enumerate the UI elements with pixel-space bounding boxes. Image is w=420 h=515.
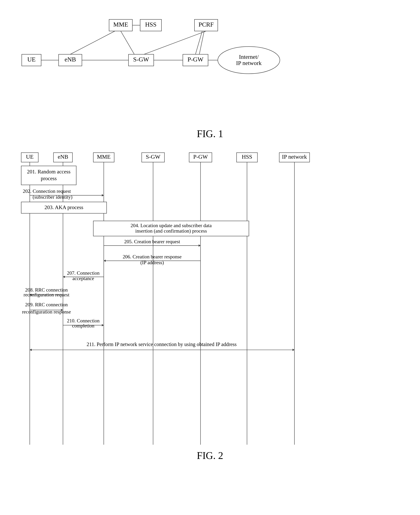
- svg-marker-85: [292, 349, 294, 351]
- svg-marker-68: [63, 276, 65, 278]
- svg-text:IP network: IP network: [236, 60, 262, 66]
- svg-text:reconfiguration request: reconfiguration request: [23, 292, 69, 297]
- svg-text:HSS: HSS: [145, 21, 157, 28]
- svg-text:PCRF: PCRF: [199, 21, 214, 28]
- svg-text:UE: UE: [27, 56, 36, 63]
- svg-text:S-GW: S-GW: [146, 154, 160, 160]
- svg-text:211. Perform IP network servic: 211. Perform IP network service connecti…: [87, 341, 237, 347]
- svg-text:eNB: eNB: [58, 154, 68, 160]
- svg-text:209. RRC connection: 209. RRC connection: [25, 302, 68, 307]
- svg-text:210. Connection: 210. Connection: [67, 318, 100, 323]
- fig2-svg: UE eNB MME S-GW P-GW HSS IP network: [15, 147, 405, 462]
- fig2-container: UE eNB MME S-GW P-GW HSS IP network: [15, 147, 405, 473]
- svg-marker-61: [199, 244, 201, 247]
- svg-text:MME: MME: [113, 21, 128, 28]
- svg-text:(IP address): (IP address): [140, 260, 164, 265]
- svg-marker-52: [102, 194, 104, 197]
- svg-text:eNB: eNB: [65, 56, 76, 63]
- svg-text:IP network: IP network: [282, 154, 307, 160]
- svg-line-25: [199, 31, 204, 54]
- svg-text:process: process: [41, 176, 57, 181]
- svg-text:UE: UE: [26, 154, 34, 160]
- svg-text:insertion (and confirmation) p: insertion (and confirmation) process: [135, 228, 207, 234]
- svg-marker-64: [104, 259, 106, 262]
- svg-text:205. Creation bearer request: 205. Creation bearer request: [124, 239, 180, 244]
- svg-text:203. AKA process: 203. AKA process: [45, 205, 83, 210]
- svg-text:207. Connection: 207. Connection: [67, 270, 100, 276]
- svg-text:acceptance: acceptance: [72, 276, 94, 281]
- svg-text:P-GW: P-GW: [188, 56, 204, 63]
- svg-text:reconfiguration response: reconfiguration response: [22, 309, 71, 314]
- svg-text:208. RRC connection: 208. RRC connection: [25, 287, 68, 293]
- svg-text:S-GW: S-GW: [133, 56, 149, 63]
- svg-text:201. Random access: 201. Random access: [27, 169, 70, 175]
- svg-line-22: [70, 31, 115, 54]
- fig1-svg: UE eNB S-GW P-GW MME HSS PCRF Internet/ …: [15, 12, 405, 112]
- fig1-label: FIG. 1: [15, 128, 405, 140]
- svg-text:Internet/: Internet/: [239, 53, 259, 60]
- svg-text:MME: MME: [97, 154, 111, 160]
- svg-text:completion: completion: [72, 323, 95, 328]
- svg-text:(subscriber identity): (subscriber identity): [33, 194, 72, 200]
- svg-text:P-GW: P-GW: [193, 154, 208, 160]
- svg-line-23: [121, 31, 134, 54]
- svg-text:202. Connection request: 202. Connection request: [23, 188, 71, 194]
- svg-text:204. Location update and subsc: 204. Location update and subscriber data: [131, 223, 212, 228]
- svg-text:HSS: HSS: [242, 154, 252, 160]
- svg-text:206. Creation bearer response: 206. Creation bearer response: [123, 254, 181, 259]
- page-container: UE eNB S-GW P-GW MME HSS PCRF Internet/ …: [0, 0, 420, 515]
- svg-line-26: [144, 31, 206, 54]
- svg-marker-80: [102, 324, 104, 326]
- svg-marker-84: [30, 349, 32, 351]
- fig1-container: UE eNB S-GW P-GW MME HSS PCRF Internet/ …: [15, 12, 405, 124]
